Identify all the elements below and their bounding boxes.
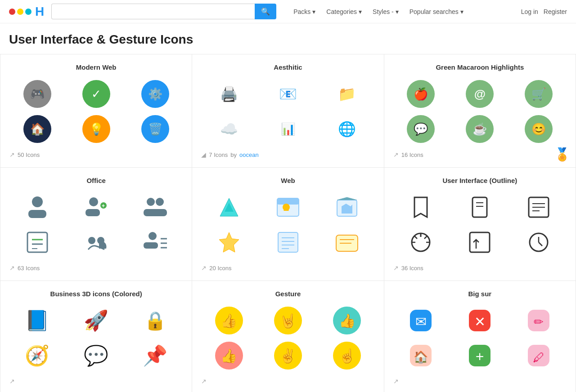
icon-count: 7 Icons: [209, 151, 228, 158]
nav-categories[interactable]: Categories ▾: [322, 5, 366, 18]
nav-styles[interactable]: Styles - ▾: [368, 5, 403, 18]
pack-modern-web[interactable]: Modern Web 🎮 ✓ ⚙️ 🏠 💡 🗑️ ↗ 50 Icons: [0, 54, 192, 168]
pack-footer: ↗: [393, 378, 567, 385]
pack-big-sur[interactable]: Big sur ✉ ✕ ✏ 🏠 + 🖊 ↗: [384, 281, 576, 392]
svg-point-0: [32, 196, 43, 207]
icon-item: 🌐: [331, 113, 363, 145]
icon-item: 👍: [331, 305, 363, 336]
icon-item: @: [464, 78, 495, 110]
pack-title: Business 3D icons (Colored): [9, 290, 183, 298]
nav-packs[interactable]: Packs ▾: [289, 5, 320, 18]
popular-dropdown-icon: ▾: [460, 8, 464, 15]
svg-rect-8: [144, 209, 167, 216]
pack-title: Green Macaroon Highlights: [393, 63, 567, 71]
icon-item: 📊: [272, 113, 304, 145]
award-badge: 🏅: [554, 147, 570, 162]
icon-item: 💬: [81, 340, 112, 371]
icon-item: 💡: [81, 113, 112, 145]
svg-point-7: [156, 198, 164, 206]
packs-dropdown-icon: ▾: [312, 8, 315, 15]
svg-text:✏: ✏: [534, 315, 544, 329]
author-link[interactable]: oocean: [239, 151, 259, 158]
icon-item: ☁️: [213, 113, 245, 145]
svg-point-15: [148, 232, 157, 240]
icon-count: 16 Icons: [401, 151, 423, 158]
icons-preview: 👍 🤘 👍 👍 ✌️ ☝️: [201, 305, 374, 371]
search-button[interactable]: 🔍: [255, 4, 276, 19]
icon-item: 😊: [523, 113, 554, 145]
share-icon: ↗: [393, 151, 399, 158]
pack-green-macaroon[interactable]: Green Macaroon Highlights 🍎 @ 🛒 💬 ☕ 😊 ↗ …: [384, 54, 576, 168]
share-icon: ↗: [393, 264, 399, 272]
svg-text:✉: ✉: [415, 314, 427, 329]
svg-rect-1: [28, 210, 46, 218]
pack-aesthitic[interactable]: Aesthitic 🖨️ 📧 📁 ☁️ 📊 🌐 ◢ 7 Icons by ooc…: [192, 54, 384, 168]
pack-title: Web: [201, 177, 374, 184]
svg-point-6: [147, 198, 155, 206]
share-icon: ↗: [9, 151, 15, 158]
icon-item: [331, 227, 363, 258]
svg-rect-3: [86, 209, 100, 216]
pack-web[interactable]: Web ↗ 20 Icons: [192, 168, 384, 281]
share-icon: ↗: [201, 264, 207, 272]
pack-ui-outline[interactable]: User Interface (Outline) ↗ 36 Icons: [384, 168, 576, 281]
pack-footer: ↗ 16 Icons: [393, 151, 567, 158]
packs-grid: Modern Web 🎮 ✓ ⚙️ 🏠 💡 🗑️ ↗ 50 Icons Aest…: [0, 54, 576, 392]
icon-count: 50 Icons: [18, 151, 40, 158]
icon-item: 🖨️: [213, 78, 245, 110]
icon-item: ✏: [523, 305, 554, 336]
search-input[interactable]: [51, 4, 255, 19]
register-link[interactable]: Register: [544, 8, 567, 15]
icon-item: +: [81, 192, 112, 223]
icon-item: [140, 227, 171, 258]
icon-item: ⚙️: [140, 78, 171, 110]
icon-count: 63 Icons: [18, 265, 40, 272]
pack-title: Modern Web: [9, 63, 183, 71]
icon-item: ✓: [81, 78, 112, 110]
pack-title: Big sur: [393, 290, 567, 298]
svg-rect-21: [277, 198, 299, 205]
icons-preview: 🍎 @ 🛒 💬 ☕ 😊: [393, 78, 567, 145]
login-link[interactable]: Log in: [521, 8, 538, 15]
icon-item: 📧: [272, 78, 304, 110]
pack-business-3d[interactable]: Business 3D icons (Colored) 📘 🚀 🔒 🧭 💬 📌 …: [0, 281, 192, 392]
icon-item: ✉: [405, 305, 436, 336]
pack-office[interactable]: Office + ↗ 63 Icons: [0, 168, 192, 281]
icon-item: ✕: [464, 305, 495, 336]
icon-item: [464, 192, 495, 223]
icon-item: [272, 192, 304, 223]
icon-count: 20 Icons: [209, 265, 231, 272]
search-bar: 🔍: [51, 4, 276, 19]
icon-item: 🏠: [22, 113, 53, 145]
auth-nav: Log in Register: [521, 8, 567, 15]
icon-item: 🗑️: [140, 113, 171, 145]
icon-item: 🍎: [405, 78, 436, 110]
icon-item: ✌️: [272, 340, 304, 371]
svg-text:🖊: 🖊: [533, 351, 544, 364]
share-icon: ◢: [201, 151, 206, 158]
logo[interactable]: H: [9, 4, 44, 19]
icon-item: 🚀: [81, 305, 112, 336]
icon-item: [331, 192, 363, 223]
icon-item: 👍: [213, 305, 245, 336]
nav-popular-searches[interactable]: Popular searches ▾: [405, 5, 468, 18]
page-title: User Interface & Gesture Icons: [0, 23, 576, 54]
icon-item: [81, 227, 112, 258]
icon-item: ☝️: [331, 340, 363, 371]
icon-item: 📁: [331, 78, 363, 110]
icon-item: 🤘: [272, 305, 304, 336]
logo-red-dot: [9, 9, 15, 15]
icon-item: +: [464, 340, 495, 371]
icon-item: 🔒: [140, 305, 171, 336]
pack-gesture[interactable]: Gesture 👍 🤘 👍 👍 ✌️ ☝️ ↗: [192, 281, 384, 392]
svg-rect-33: [472, 197, 487, 217]
icons-preview: 📘 🚀 🔒 🧭 💬 📌: [9, 305, 183, 371]
share-icon: ↗: [9, 264, 15, 272]
svg-point-2: [89, 197, 98, 206]
icon-item: 📌: [140, 340, 171, 371]
share-icon: ↗: [393, 378, 399, 385]
icon-item: 📘: [22, 305, 53, 336]
pack-footer: ↗: [201, 378, 374, 385]
pack-footer: ↗ 20 Icons: [201, 264, 374, 272]
icon-item: 💬: [405, 113, 436, 145]
